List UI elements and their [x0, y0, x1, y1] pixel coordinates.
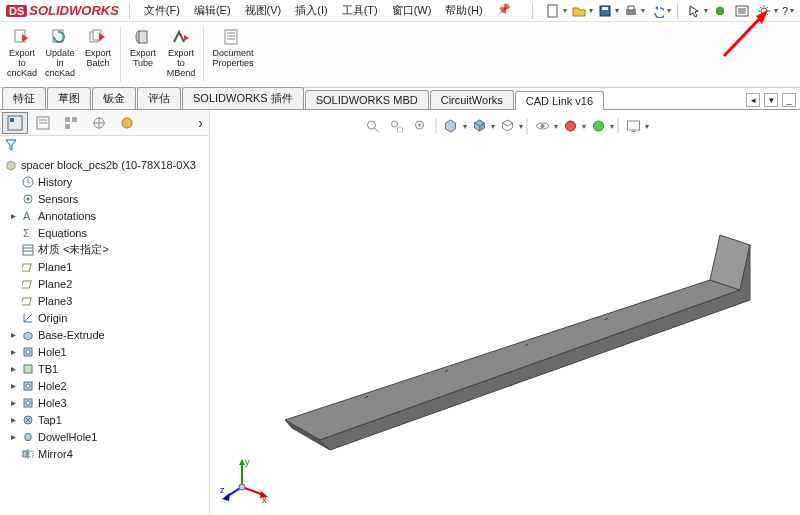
tab-dropdown-icon[interactable]: ▾: [764, 93, 778, 107]
export-to-mbend-button[interactable]: Export to MBend: [163, 24, 199, 81]
apply-scene-icon[interactable]: [588, 116, 610, 136]
display-style-icon[interactable]: [497, 116, 519, 136]
dropdown-icon[interactable]: ▾: [774, 6, 778, 15]
dropdown-icon[interactable]: ▾: [519, 122, 523, 131]
config-manager-tab-icon[interactable]: [58, 112, 84, 134]
menu-view[interactable]: 视图(V): [245, 3, 282, 18]
tab-cad-link[interactable]: CAD Link v16: [515, 91, 604, 110]
help-icon[interactable]: ?: [780, 5, 790, 17]
tree-item[interactable]: ▸Hole2: [2, 377, 207, 394]
options-list-icon[interactable]: [732, 2, 752, 20]
orientation-triad[interactable]: y x z: [220, 455, 270, 505]
expand-arrow-icon[interactable]: ▸: [8, 380, 18, 391]
display-manager-tab-icon[interactable]: [114, 112, 140, 134]
dropdown-icon[interactable]: ▾: [582, 122, 586, 131]
tree-filter-icon[interactable]: [0, 136, 209, 154]
zoom-fit-icon[interactable]: [362, 116, 384, 136]
tree-item[interactable]: Plane2: [2, 275, 207, 292]
dropdown-icon[interactable]: ▾: [589, 6, 593, 15]
expand-arrow-icon[interactable]: ▸: [8, 414, 18, 425]
expand-arrow-icon[interactable]: ▸: [8, 397, 18, 408]
svg-rect-55: [24, 365, 32, 373]
dropdown-icon[interactable]: ▾: [554, 122, 558, 131]
tree-item[interactable]: ▸AAnnotations: [2, 207, 207, 224]
hide-show-icon[interactable]: [532, 116, 554, 136]
export-to-cnckad-button[interactable]: Export to cncKad: [4, 24, 40, 81]
export-batch-button[interactable]: Export Batch: [80, 24, 116, 71]
section-view-icon[interactable]: [441, 116, 463, 136]
dropdown-icon[interactable]: ▾: [645, 122, 649, 131]
tree-item[interactable]: ΣEquations: [2, 224, 207, 241]
view-settings-icon[interactable]: [623, 116, 645, 136]
view-orientation-icon[interactable]: [469, 116, 491, 136]
tab-minimize-icon[interactable]: _: [782, 93, 796, 107]
dropdown-icon[interactable]: ▾: [790, 6, 794, 15]
expand-arrow-icon[interactable]: ▸: [8, 346, 18, 357]
expand-arrow-icon[interactable]: ▸: [8, 329, 18, 340]
tree-item[interactable]: History: [2, 173, 207, 190]
dropdown-icon[interactable]: ▾: [463, 122, 467, 131]
expand-arrow-icon[interactable]: ▸: [8, 210, 18, 221]
tree-item[interactable]: ▸Hole1: [2, 343, 207, 360]
tab-circuitworks[interactable]: CircuitWorks: [430, 90, 514, 109]
expand-arrow-icon[interactable]: ▸: [8, 431, 18, 442]
tab-sheetmetal[interactable]: 钣金: [92, 87, 136, 109]
extrude-icon: [21, 328, 35, 342]
dropdown-icon[interactable]: ▾: [641, 6, 645, 15]
dropdown-icon[interactable]: ▾: [563, 6, 567, 15]
select-cursor-icon[interactable]: [684, 2, 704, 20]
rebuild-icon[interactable]: [710, 2, 730, 20]
tree-item[interactable]: Origin: [2, 309, 207, 326]
menu-help[interactable]: 帮助(H): [445, 3, 482, 18]
graphics-viewport[interactable]: ▾ ▾ ▾ ▾ ▾ ▾ ▾ y x z: [210, 110, 800, 515]
tab-features[interactable]: 特征: [2, 87, 46, 109]
edit-appearance-icon[interactable]: [560, 116, 582, 136]
menu-file[interactable]: 文件(F): [144, 3, 180, 18]
tree-item[interactable]: ▸Hole3: [2, 394, 207, 411]
tab-scroll-left-icon[interactable]: ◂: [746, 93, 760, 107]
open-icon[interactable]: [569, 2, 589, 20]
tab-sw-addins[interactable]: SOLIDWORKS 插件: [182, 87, 304, 109]
quick-access-toolbar: ▾ ▾ ▾ ▾ ▾ ▾ ▾ ?▾: [537, 2, 800, 20]
undo-icon[interactable]: [647, 2, 667, 20]
tab-sw-mbd[interactable]: SOLIDWORKS MBD: [305, 90, 429, 109]
expand-arrow-icon[interactable]: ▸: [8, 363, 18, 374]
dropdown-icon[interactable]: ▾: [610, 122, 614, 131]
document-properties-button[interactable]: Document Properties: [208, 24, 258, 71]
dropdown-icon[interactable]: ▾: [615, 6, 619, 15]
dropdown-icon[interactable]: ▾: [667, 6, 671, 15]
export-tube-button[interactable]: Export Tube: [125, 24, 161, 71]
tree-item[interactable]: ▸TB1: [2, 360, 207, 377]
print-icon[interactable]: [621, 2, 641, 20]
dropdown-icon[interactable]: ▾: [491, 122, 495, 131]
tab-sketch[interactable]: 草图: [47, 87, 91, 109]
new-doc-icon[interactable]: [543, 2, 563, 20]
tree-item[interactable]: Plane3: [2, 292, 207, 309]
tab-evaluate[interactable]: 评估: [137, 87, 181, 109]
settings-gear-icon[interactable]: [754, 2, 774, 20]
tree-item[interactable]: Plane1: [2, 258, 207, 275]
menu-window[interactable]: 窗口(W): [392, 3, 432, 18]
dimxpert-tab-icon[interactable]: [86, 112, 112, 134]
tree-root-part[interactable]: spacer block_pcs2b (10-78X18-0X3: [2, 156, 207, 173]
tree-item[interactable]: 材质 <未指定>: [2, 241, 207, 258]
svg-rect-37: [65, 124, 70, 129]
tree-item[interactable]: Sensors: [2, 190, 207, 207]
zoom-area-icon[interactable]: [386, 116, 408, 136]
update-in-cnckad-button[interactable]: Update in cncKad: [42, 24, 78, 81]
tree-item[interactable]: ▸Tap1: [2, 411, 207, 428]
previous-view-icon[interactable]: [410, 116, 432, 136]
tree-item[interactable]: ▸DowelHole1: [2, 428, 207, 445]
tree-item[interactable]: ▸Base-Extrude: [2, 326, 207, 343]
menu-edit[interactable]: 编辑(E): [194, 3, 231, 18]
menu-tools[interactable]: 工具(T): [342, 3, 378, 18]
property-manager-tab-icon[interactable]: [30, 112, 56, 134]
tree-item[interactable]: Mirror4: [2, 445, 207, 462]
save-icon[interactable]: [595, 2, 615, 20]
dropdown-icon[interactable]: ▾: [704, 6, 708, 15]
menu-pin-icon[interactable]: 📌: [497, 3, 511, 18]
equations-icon: Σ: [21, 226, 35, 240]
feature-tree-tab-icon[interactable]: [2, 112, 28, 134]
panel-expand-icon[interactable]: ›: [194, 115, 207, 131]
menu-insert[interactable]: 插入(I): [295, 3, 327, 18]
